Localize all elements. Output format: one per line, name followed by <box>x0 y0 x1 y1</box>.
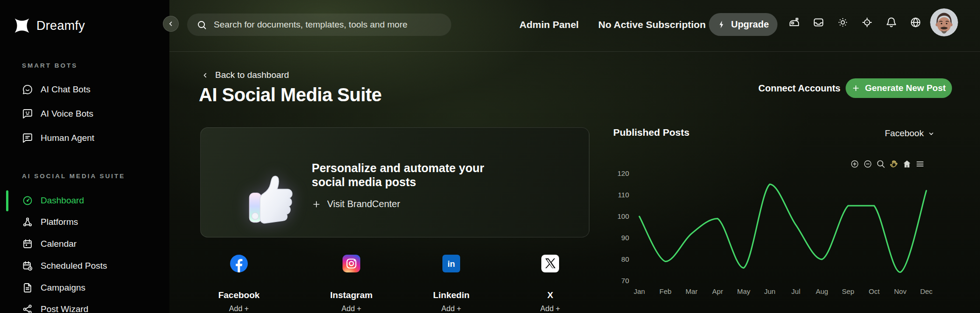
svg-text:Nov: Nov <box>894 287 907 295</box>
chat-face-icon <box>22 108 33 119</box>
chart-platform-dropdown[interactable]: Facebook <box>885 128 935 139</box>
document-icon <box>22 282 33 293</box>
mailbox-button[interactable] <box>788 16 801 29</box>
sidebar-item-ai-voice-bots[interactable]: AI Voice Bots <box>0 106 169 122</box>
sidebar-item-label: AI Voice Bots <box>41 109 93 119</box>
platform-facebook: Facebook Add + <box>202 255 276 313</box>
sidebar-item-calendar[interactable]: Calendar <box>0 236 169 252</box>
global-search <box>187 14 451 36</box>
topbar-icon-group <box>788 16 922 29</box>
topbar-divider <box>169 51 980 52</box>
network-nodes-icon <box>22 216 33 228</box>
platform-name: Linkedin <box>414 290 489 300</box>
chevron-left-icon <box>201 71 209 79</box>
chat-lines-icon <box>22 132 33 144</box>
sidebar-item-post-wizard[interactable]: Post Wizard <box>0 301 169 313</box>
sidebar-item-label: Scheduled Posts <box>41 261 107 271</box>
linkedin-icon[interactable]: in <box>442 255 460 272</box>
avatar-image <box>930 8 958 36</box>
generate-new-post-button[interactable]: Generate New Post <box>846 78 952 98</box>
admin-panel-link[interactable]: Admin Panel <box>519 19 579 30</box>
main-area: Admin Panel No Active Subscription Upgra… <box>169 0 980 313</box>
brand-name: Dreamfy <box>36 19 85 33</box>
sidebar-item-platforms[interactable]: Platforms <box>0 214 169 230</box>
chevron-down-icon <box>927 130 935 138</box>
sidebar-collapse-button[interactable] <box>163 16 179 32</box>
calendar-icon <box>22 238 33 250</box>
search-icon <box>196 20 207 30</box>
sidebar-item-dashboard[interactable]: Dashboard <box>0 193 169 209</box>
svg-text:100: 100 <box>617 212 629 220</box>
plus-icon <box>852 84 860 92</box>
sidebar-item-label: Platforms <box>41 217 78 227</box>
svg-text:Jan: Jan <box>634 287 645 295</box>
sidebar-item-label: AI Chat Bots <box>41 84 91 95</box>
svg-text:Sep: Sep <box>842 287 854 295</box>
svg-text:120: 120 <box>617 169 629 177</box>
language-button[interactable] <box>909 16 922 29</box>
notifications-button[interactable] <box>885 16 898 29</box>
platform-add-button[interactable]: Add + <box>314 305 389 313</box>
facebook-icon[interactable] <box>230 255 248 272</box>
svg-text:Dec: Dec <box>920 287 933 295</box>
svg-text:70: 70 <box>621 277 629 285</box>
platform-name: X <box>513 290 588 300</box>
platform-add-button[interactable]: Add + <box>414 305 489 313</box>
sidebar-item-label: Calendar <box>41 239 77 249</box>
brand-logo[interactable]: Dreamfy <box>13 17 85 35</box>
instagram-icon[interactable] <box>343 255 360 272</box>
visit-brandcenter-link[interactable]: Visit BrandCenter <box>312 199 400 209</box>
brandcenter-promo-card: Personalize and automate your social med… <box>200 127 589 237</box>
bell-icon <box>885 16 897 28</box>
dreamfy-star-icon <box>13 17 31 35</box>
svg-text:110: 110 <box>618 191 629 199</box>
upgrade-button[interactable]: Upgrade <box>709 13 777 36</box>
thumbs-up-3d-image <box>246 170 297 228</box>
platform-x: X Add + <box>513 255 588 313</box>
chevron-left-icon <box>167 20 175 28</box>
connect-accounts-link[interactable]: Connect Accounts <box>758 83 840 94</box>
subscription-status: No Active Subscription <box>598 19 706 30</box>
theme-toggle-button[interactable] <box>836 16 849 29</box>
published-posts-chart: 120110100908070JanFebMarAprMayJunJulAugS… <box>610 164 937 304</box>
sidebar-item-human-agent[interactable]: Human Agent <box>0 130 169 146</box>
sidebar-item-ai-chat-bots[interactable]: AI Chat Bots <box>0 82 169 97</box>
share-nodes-icon <box>22 304 33 313</box>
x-icon[interactable] <box>541 255 559 272</box>
sidebar: Dreamfy SMART BOTS AI Chat Bots AI Voice… <box>0 0 169 313</box>
calendar-clock-icon <box>22 260 33 271</box>
svg-text:Feb: Feb <box>659 287 672 295</box>
svg-text:in: in <box>448 259 455 269</box>
platform-linkedin: in Linkedin Add + <box>414 255 489 313</box>
inbox-icon <box>812 16 825 28</box>
sidebar-item-label: Human Agent <box>41 133 94 143</box>
svg-text:80: 80 <box>621 255 629 263</box>
chat-smile-icon <box>22 84 33 95</box>
sidebar-item-scheduled-posts[interactable]: Scheduled Posts <box>0 258 169 274</box>
lightning-bolt-icon <box>717 20 726 29</box>
svg-text:Jul: Jul <box>791 287 800 295</box>
locate-button[interactable] <box>861 16 874 29</box>
sidebar-section-ai-social-media-suite: AI SOCIAL MEDIA SUITE <box>22 173 125 180</box>
svg-text:Oct: Oct <box>869 287 880 295</box>
app: Dreamfy SMART BOTS AI Chat Bots AI Voice… <box>0 0 980 313</box>
svg-text:Apr: Apr <box>712 287 723 295</box>
published-posts-chart-area[interactable]: 120110100908070JanFebMarAprMayJunJulAugS… <box>610 164 937 304</box>
platform-name: Instagram <box>314 290 389 300</box>
svg-text:Mar: Mar <box>686 287 698 295</box>
sidebar-item-label: Dashboard <box>41 195 84 206</box>
inbox-button[interactable] <box>812 16 825 29</box>
mailbox-icon <box>788 16 800 28</box>
platform-add-button[interactable]: Add + <box>202 305 276 313</box>
platform-instagram: Instagram Add + <box>314 255 389 313</box>
back-to-dashboard-link[interactable]: Back to dashboard <box>201 70 289 80</box>
platform-add-button[interactable]: Add + <box>513 305 588 313</box>
svg-text:May: May <box>737 287 750 295</box>
sun-icon <box>837 16 849 28</box>
svg-text:90: 90 <box>621 234 629 242</box>
search-input[interactable] <box>214 20 451 30</box>
gauge-icon <box>22 195 33 206</box>
user-avatar[interactable] <box>930 8 958 36</box>
sidebar-item-campaigns[interactable]: Campaigns <box>0 280 169 296</box>
sidebar-item-label: Post Wizard <box>41 304 88 313</box>
